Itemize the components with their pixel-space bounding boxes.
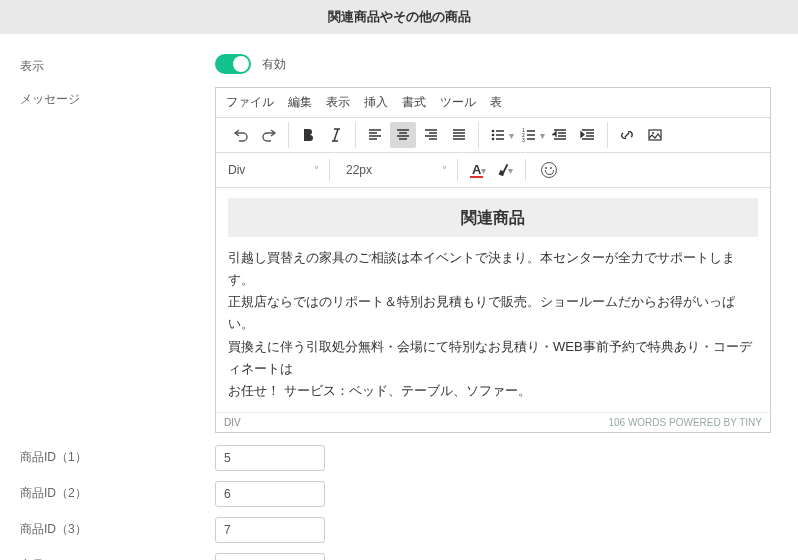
product-id-label: 商品ID（3） (20, 521, 215, 538)
editor-status-bar: DIV 106 WORDS POWERED BY TINY (216, 412, 770, 432)
bold-button[interactable] (295, 122, 321, 148)
chevron-down-icon[interactable]: ▾ (509, 130, 514, 141)
outdent-button[interactable] (547, 122, 573, 148)
text-color-button[interactable]: A▾ (468, 163, 488, 178)
align-left-button[interactable] (362, 122, 388, 148)
product-id-row: 商品ID（4） (20, 553, 778, 560)
product-id-row: 商品ID（3） (20, 517, 778, 543)
smile-icon (541, 162, 557, 178)
status-path: DIV (224, 417, 241, 428)
menu-table[interactable]: 表 (490, 94, 502, 111)
content-body[interactable]: 引越し買替えの家具のご相談は本イベントで決まり。本センターが全力でサポートします… (228, 247, 758, 402)
svg-point-1 (492, 134, 495, 137)
product-id-input[interactable] (215, 517, 325, 543)
svg-text:3: 3 (522, 137, 525, 143)
menu-file[interactable]: ファイル (226, 94, 274, 111)
undo-button[interactable] (228, 122, 254, 148)
message-row: メッセージ ファイル 編集 表示 挿入 書式 ツール 表 (0, 87, 798, 433)
display-toggle[interactable] (215, 54, 251, 74)
align-justify-button[interactable] (446, 122, 472, 148)
bullet-list-button[interactable] (485, 122, 511, 148)
align-center-button[interactable] (390, 122, 416, 148)
section-header: 関連商品やその他の商品 (0, 0, 798, 34)
message-label: メッセージ (20, 87, 215, 433)
product-id-list: 商品ID（1）商品ID（2）商品ID（3）商品ID（4）商品ID（5）商品ID（… (0, 445, 798, 560)
menu-tools[interactable]: ツール (440, 94, 476, 111)
content-heading[interactable]: 関連商品 (228, 198, 758, 237)
number-list-button[interactable]: 123 (516, 122, 542, 148)
highlight-button[interactable]: ▾ (494, 163, 515, 177)
block-format-select[interactable]: Div (222, 159, 312, 181)
display-row: 表示 有効 (0, 54, 798, 75)
menu-insert[interactable]: 挿入 (364, 94, 388, 111)
emoji-button[interactable] (536, 157, 562, 183)
product-id-row: 商品ID（2） (20, 481, 778, 507)
font-size-select[interactable]: 22px (340, 159, 440, 181)
rich-text-editor: ファイル 編集 表示 挿入 書式 ツール 表 (215, 87, 771, 433)
display-label: 表示 (20, 54, 215, 75)
svg-point-2 (492, 138, 495, 141)
align-right-button[interactable] (418, 122, 444, 148)
editor-format-bar: Div ˅ 22px ˅ A▾ ▾ (216, 153, 770, 188)
menu-view[interactable]: 表示 (326, 94, 350, 111)
indent-button[interactable] (575, 122, 601, 148)
product-id-input[interactable] (215, 445, 325, 471)
chevron-down-icon[interactable]: ˅ (442, 165, 447, 176)
status-words: 106 WORDS POWERED BY TINY (608, 417, 762, 428)
product-id-row: 商品ID（1） (20, 445, 778, 471)
svg-point-0 (492, 130, 495, 133)
image-button[interactable] (642, 122, 668, 148)
editor-menu-bar: ファイル 編集 表示 挿入 書式 ツール 表 (216, 88, 770, 118)
redo-button[interactable] (256, 122, 282, 148)
product-id-input[interactable] (215, 553, 325, 560)
chevron-down-icon[interactable]: ▾ (540, 130, 545, 141)
link-button[interactable] (614, 122, 640, 148)
chevron-down-icon[interactable]: ˅ (314, 165, 319, 176)
product-id-label: 商品ID（1） (20, 449, 215, 466)
italic-button[interactable] (323, 122, 349, 148)
menu-format[interactable]: 書式 (402, 94, 426, 111)
product-id-label: 商品ID（2） (20, 485, 215, 502)
product-id-input[interactable] (215, 481, 325, 507)
display-status: 有効 (262, 57, 286, 71)
svg-point-7 (652, 132, 654, 134)
editor-content[interactable]: 関連商品 引越し買替えの家具のご相談は本イベントで決まり。本センターが全力でサポ… (216, 188, 770, 412)
editor-toolbar: ▾ 123 ▾ (216, 118, 770, 153)
menu-edit[interactable]: 編集 (288, 94, 312, 111)
